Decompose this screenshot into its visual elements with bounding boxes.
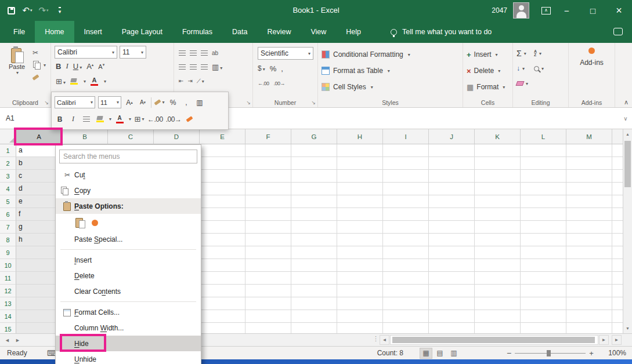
row-header-7[interactable]: 7 (0, 221, 16, 234)
cell-h6[interactable] (337, 208, 383, 221)
avatar[interactable] (513, 2, 529, 19)
cell-m7[interactable] (566, 221, 612, 234)
cell-h13[interactable] (337, 297, 383, 310)
mini-font-color-button[interactable]: A (114, 113, 125, 126)
tab-page-layout[interactable]: Page Layout (112, 21, 172, 43)
column-header-e[interactable]: E (200, 129, 245, 144)
scroll-down-icon[interactable]: ▼ (623, 323, 632, 333)
row-header-4[interactable]: 4 (0, 183, 16, 195)
row-header-6[interactable]: 6 (0, 208, 16, 221)
cell-e8[interactable] (200, 234, 245, 246)
cell-j1[interactable] (429, 144, 475, 157)
name-box[interactable]: A1 (0, 108, 58, 129)
cell-l13[interactable] (521, 297, 566, 310)
cell-e5[interactable] (200, 195, 245, 208)
top-align-button[interactable] (179, 50, 186, 56)
close-button[interactable]: × (606, 0, 632, 21)
mini-style-brush-button[interactable] (184, 113, 194, 126)
row-header-11[interactable]: 11 (0, 272, 16, 285)
cell-k13[interactable] (475, 297, 521, 310)
tab-insert[interactable]: Insert (74, 21, 112, 43)
hscroll-far-right-icon[interactable]: ► (612, 335, 622, 345)
font-color-button[interactable]: A (91, 77, 98, 86)
tab-help[interactable]: Help (336, 21, 371, 43)
cell-i4[interactable] (383, 183, 429, 195)
row-header-10[interactable]: 10 (0, 259, 16, 272)
cell-m9[interactable] (566, 246, 612, 259)
sort-filter-button[interactable]: AZ▾ (534, 47, 544, 60)
cell-i1[interactable] (383, 144, 429, 157)
cell-f14[interactable] (245, 310, 291, 323)
cell-i11[interactable] (383, 272, 429, 285)
cell-j7[interactable] (429, 221, 475, 234)
find-select-button[interactable]: ▾ (534, 62, 544, 75)
cell-e9[interactable] (200, 246, 245, 259)
clear-button[interactable]: ▾ (517, 77, 528, 90)
comment-icon[interactable] (613, 28, 623, 35)
cell-h1[interactable] (337, 144, 383, 157)
cell-h11[interactable] (337, 272, 383, 285)
cell-h8[interactable] (337, 234, 383, 246)
comma-style-button[interactable]: , (281, 64, 283, 73)
cell-k15[interactable] (475, 323, 521, 333)
tab-formulas[interactable]: Formulas (172, 21, 222, 43)
hscroll-right-icon[interactable]: ► (599, 335, 609, 345)
tab-home[interactable]: Home (35, 21, 74, 43)
cell-m8[interactable] (566, 234, 612, 246)
cell-h15[interactable] (337, 323, 383, 333)
cell-i6[interactable] (383, 208, 429, 221)
cell-m6[interactable] (566, 208, 612, 221)
cell-f3[interactable] (245, 170, 291, 183)
cell-f9[interactable] (245, 246, 291, 259)
cell-h7[interactable] (337, 221, 383, 234)
cell-m3[interactable] (566, 170, 612, 183)
cell-e10[interactable] (200, 259, 245, 272)
zoom-in-button[interactable]: + (587, 349, 596, 358)
cell-i9[interactable] (383, 246, 429, 259)
cell-g14[interactable] (291, 310, 337, 323)
column-header-d[interactable]: D (154, 129, 200, 144)
increase-font-size-button[interactable]: A▴ (86, 62, 93, 71)
cell-l1[interactable] (521, 144, 566, 157)
cell-g11[interactable] (291, 272, 337, 285)
clipboard-dialog-launcher[interactable]: ↘ (44, 100, 49, 105)
column-header-h[interactable]: H (337, 129, 383, 144)
cell-f7[interactable] (245, 221, 291, 234)
delete-cells-button[interactable]: × Delete ▾ (467, 63, 509, 78)
addins-button[interactable]: Add-ins (580, 48, 604, 67)
format-as-table-button[interactable]: Format as Table ▾ (322, 63, 459, 78)
cell-l15[interactable] (521, 323, 566, 333)
cell-f15[interactable] (245, 323, 291, 333)
cell-h5[interactable] (337, 195, 383, 208)
cell-k10[interactable] (475, 259, 521, 272)
copy-button[interactable]: ▾ (32, 60, 46, 70)
cell-h2[interactable] (337, 157, 383, 170)
cell-i2[interactable] (383, 157, 429, 170)
column-header-l[interactable]: L (521, 129, 566, 144)
decrease-decimal-button[interactable]: .00→ (274, 81, 286, 86)
vertical-scrollbar[interactable]: ▲ ▼ (623, 129, 632, 333)
row-header-3[interactable]: 3 (0, 170, 16, 183)
mini-increase-decimal-button[interactable]: ←.00 (147, 113, 163, 126)
cell-g7[interactable] (291, 221, 337, 234)
cell-l8[interactable] (521, 234, 566, 246)
sheet-nav-right-icon[interactable]: ► (15, 334, 20, 347)
cell-e7[interactable] (200, 221, 245, 234)
cell-i12[interactable] (383, 285, 429, 297)
cell-j3[interactable] (429, 170, 475, 183)
cell-g8[interactable] (291, 234, 337, 246)
cell-l6[interactable] (521, 208, 566, 221)
cell-f10[interactable] (245, 259, 291, 272)
cell-j12[interactable] (429, 285, 475, 297)
cell-g3[interactable] (291, 170, 337, 183)
cell-e3[interactable] (200, 170, 245, 183)
row-header-12[interactable]: 12 (0, 285, 16, 297)
decrease-indent-button[interactable]: ⇤ (179, 78, 183, 84)
cell-m4[interactable] (566, 183, 612, 195)
cell-k12[interactable] (475, 285, 521, 297)
cell-m1[interactable] (566, 144, 612, 157)
cell-e6[interactable] (200, 208, 245, 221)
cell-f6[interactable] (245, 208, 291, 221)
zoom-slider-thumb[interactable] (547, 350, 551, 356)
zoom-out-button[interactable]: − (504, 348, 514, 358)
